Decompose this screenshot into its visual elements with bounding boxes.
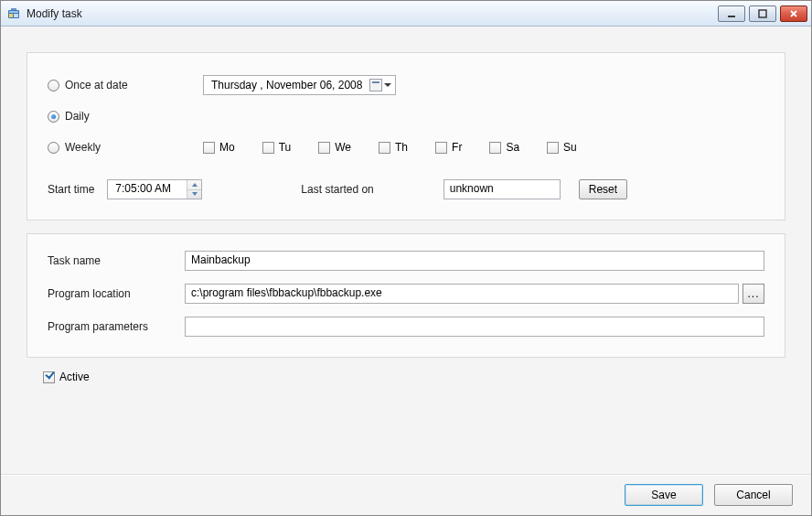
checkbox-icon xyxy=(43,371,55,383)
radio-icon xyxy=(48,111,59,123)
weekday-checkbox-mo[interactable]: Mo xyxy=(203,141,235,154)
svg-rect-5 xyxy=(728,16,735,17)
date-picker[interactable]: Thursday , November 06, 2008 xyxy=(203,75,396,95)
schedule-radio-weekly[interactable]: Weekly xyxy=(48,141,203,154)
spinner-buttons xyxy=(187,180,201,199)
chevron-up-icon xyxy=(192,183,198,187)
weekday-checkbox-sa[interactable]: Sa xyxy=(489,141,519,154)
weekday-checkbox-su[interactable]: Su xyxy=(547,141,577,154)
cancel-button-label: Cancel xyxy=(736,489,770,501)
checkbox-icon xyxy=(262,142,274,154)
close-button[interactable] xyxy=(780,5,807,22)
program-location-value: c:\program files\fbbackup\fbbackup.exe xyxy=(191,286,382,299)
weekday-checkbox-fr[interactable]: Fr xyxy=(435,141,462,154)
schedule-panel: Once at date Thursday , November 06, 200… xyxy=(27,52,785,220)
save-button[interactable]: Save xyxy=(625,484,703,506)
checkbox-icon xyxy=(435,142,447,154)
calendar-icon xyxy=(369,79,382,91)
save-button-label: Save xyxy=(651,489,676,501)
app-icon xyxy=(6,6,21,21)
spinner-down-button[interactable] xyxy=(187,190,201,199)
start-time-value: 7:05:00 AM xyxy=(108,180,187,199)
weekday-checkbox-we[interactable]: We xyxy=(318,141,351,154)
svg-rect-2 xyxy=(9,14,13,17)
weekday-label: Su xyxy=(563,141,577,154)
weekday-label: Mo xyxy=(219,141,235,154)
checkbox-icon xyxy=(379,142,390,154)
checkbox-icon xyxy=(203,142,215,154)
radio-icon xyxy=(48,142,59,154)
start-time-label: Start time xyxy=(48,183,94,196)
svg-rect-6 xyxy=(759,10,766,17)
task-name-label: Task name xyxy=(48,254,185,267)
last-started-field[interactable]: unknown xyxy=(443,179,561,199)
radio-icon xyxy=(48,80,59,91)
svg-rect-3 xyxy=(14,14,18,17)
browse-button-label: ... xyxy=(747,287,759,300)
chevron-down-icon xyxy=(384,83,391,87)
weekday-label: Sa xyxy=(506,141,519,154)
program-parameters-label: Program parameters xyxy=(48,320,185,333)
checkbox-icon xyxy=(489,142,501,154)
active-row: Active xyxy=(43,371,806,383)
dialog-buttons: Save Cancel xyxy=(6,475,806,506)
schedule-radio-once[interactable]: Once at date xyxy=(48,79,203,91)
checkbox-icon xyxy=(318,142,330,154)
schedule-radio-once-label: Once at date xyxy=(65,79,128,91)
window-title: Modify task xyxy=(27,7,718,20)
program-location-label: Program location xyxy=(48,287,185,300)
title-bar: Modify task xyxy=(1,1,811,27)
active-checkbox[interactable]: Active xyxy=(43,371,90,383)
last-started-label: Last started on xyxy=(301,183,373,196)
weekday-label: Fr xyxy=(452,141,462,154)
browse-button[interactable]: ... xyxy=(743,284,764,304)
checkbox-icon xyxy=(547,142,559,154)
chevron-down-icon xyxy=(192,192,198,196)
dialog-client-area: Once at date Thursday , November 06, 200… xyxy=(1,27,811,515)
task-name-input[interactable]: Mainbackup xyxy=(185,251,764,271)
date-picker-dropdown-button[interactable] xyxy=(369,79,391,91)
program-parameters-input[interactable] xyxy=(185,317,764,337)
maximize-button[interactable] xyxy=(749,5,776,22)
weekday-label: Tu xyxy=(279,141,292,154)
date-picker-value: Thursday , November 06, 2008 xyxy=(211,79,362,91)
schedule-radio-daily-label: Daily xyxy=(65,110,90,123)
start-time-spinner[interactable]: 7:05:00 AM xyxy=(107,179,202,199)
task-name-value: Mainbackup xyxy=(191,253,251,266)
weekday-label: We xyxy=(335,141,351,154)
minimize-button[interactable] xyxy=(718,5,745,22)
weekday-checkbox-tu[interactable]: Tu xyxy=(262,141,292,154)
weekday-checkbox-th[interactable]: Th xyxy=(379,141,408,154)
last-started-value: unknown xyxy=(450,182,494,195)
window-controls xyxy=(718,5,807,22)
program-location-input[interactable]: c:\program files\fbbackup\fbbackup.exe xyxy=(185,284,739,304)
reset-button[interactable]: Reset xyxy=(579,179,627,199)
cancel-button[interactable]: Cancel xyxy=(714,484,793,506)
task-panel: Task name Mainbackup Program location c:… xyxy=(27,233,785,358)
weekday-label: Th xyxy=(395,141,408,154)
weekday-row: Mo Tu We Th Fr xyxy=(203,141,577,154)
reset-button-label: Reset xyxy=(589,183,617,196)
schedule-radio-weekly-label: Weekly xyxy=(65,141,101,154)
svg-rect-4 xyxy=(11,8,16,10)
spinner-up-button[interactable] xyxy=(187,180,201,190)
schedule-radio-daily[interactable]: Daily xyxy=(48,110,203,123)
svg-rect-1 xyxy=(9,11,18,13)
active-label: Active xyxy=(59,371,90,383)
